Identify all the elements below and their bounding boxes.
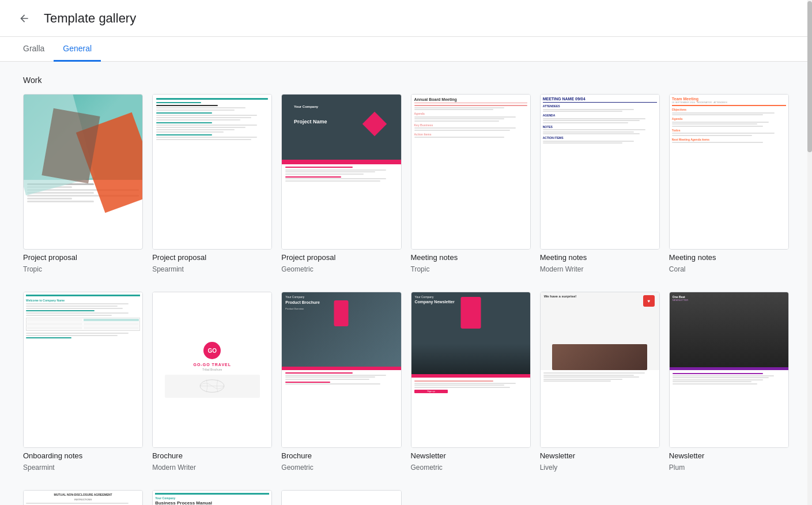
template-name-4: Meeting notes <box>411 253 531 262</box>
template-sub-3: Geometric <box>281 265 401 273</box>
template-thumb-5[interactable]: MEETING NAME 09/04 ATTENDEES AGENDA NOTE… <box>540 94 660 250</box>
template-thumb-15[interactable]: ✾ Consulting AgreementTemplate <box>281 490 401 505</box>
template-grid-row1: Project proposal Tropic <box>23 94 789 273</box>
template-sub-1: Tropic <box>23 265 143 273</box>
template-name-11: Newsletter <box>540 451 660 460</box>
template-name-1: Project proposal <box>23 253 143 262</box>
template-card-meeting-notes-tropic[interactable]: Annual Board Meeting Agenda Key Business… <box>411 94 531 273</box>
template-sub-2: Spearmint <box>152 265 272 273</box>
template-sub-12: Plum <box>669 463 789 472</box>
template-sub-6: Coral <box>669 265 789 273</box>
section-title-work: Work <box>23 76 789 85</box>
brochure-logo-icon: GO <box>203 342 221 359</box>
template-grid-row2: Welcome to Company Name <box>23 292 789 471</box>
template-sub-11: Lively <box>540 463 660 472</box>
template-name-2: Project proposal <box>152 253 272 262</box>
template-card-brochure-geo[interactable]: Your Company Product Brochure Product Ov… <box>281 292 401 471</box>
tab-general[interactable]: General <box>54 37 101 62</box>
template-sub-7: Spearmint <box>23 463 143 472</box>
template-name-12: Newsletter <box>669 451 789 460</box>
main-content: Work <box>0 62 812 505</box>
template-thumb-2[interactable] <box>152 94 272 250</box>
template-name-10: Newsletter <box>411 451 531 460</box>
template-sub-9: Geometric <box>281 463 401 472</box>
template-card-nda[interactable]: MUTUAL NON-DISCLOSURE AGREEMENT INSTRUCT… <box>23 490 143 505</box>
template-name-7: Onboarding notes <box>23 451 143 460</box>
template-thumb-1[interactable] <box>23 94 143 250</box>
template-card-newsletter-lively[interactable]: We have a surprise! ♥ <box>540 292 660 471</box>
scrollbar-thumb[interactable] <box>807 1 812 153</box>
template-thumb-13[interactable]: MUTUAL NON-DISCLOSURE AGREEMENT INSTRUCT… <box>23 490 143 505</box>
tab-bar: Gralla General <box>0 37 812 62</box>
map-icon <box>165 375 260 398</box>
template-sub-4: Tropic <box>411 265 531 273</box>
template-name-8: Brochure <box>152 451 272 460</box>
template-name-5: Meeting notes <box>540 253 660 262</box>
template-thumb-14[interactable]: Your Company Business Process Manual 17 … <box>152 490 272 505</box>
template-sub-5: Modern Writer <box>540 265 660 273</box>
template-card-newsletter-geo[interactable]: Your Company Company Newsletter Sign up <box>411 292 531 471</box>
template-thumb-11[interactable]: We have a surprise! ♥ <box>540 292 660 447</box>
template-sub-8: Modern Writer <box>152 463 272 472</box>
template-thumb-4[interactable]: Annual Board Meeting Agenda Key Business… <box>411 94 531 250</box>
template-sub-10: Geometric <box>411 463 531 472</box>
template-name-3: Project proposal <box>281 253 401 262</box>
template-thumb-12[interactable]: One Beat NEWSLETTER <box>669 292 789 447</box>
tab-gralla[interactable]: Gralla <box>14 37 54 62</box>
template-card-meeting-notes-coral[interactable]: Team Meeting 19 SEPTEMBER 2024 · MODERAT… <box>669 94 789 273</box>
template-card-newsletter-plum[interactable]: One Beat NEWSLETTER <box>669 292 789 471</box>
template-thumb-9[interactable]: Your Company Product Brochure Product Ov… <box>281 292 401 447</box>
template-card-brochure-mw[interactable]: GO GO-GO TRAVEL Tribal Brochure <box>152 292 272 471</box>
template-card-meeting-notes-mw[interactable]: MEETING NAME 09/04 ATTENDEES AGENDA NOTE… <box>540 94 660 273</box>
page-title: Template gallery <box>44 11 136 26</box>
template-name-6: Meeting notes <box>669 253 789 262</box>
template-thumb-8[interactable]: GO GO-GO TRAVEL Tribal Brochure <box>152 292 272 447</box>
template-card-project-proposal-geo[interactable]: Your Company Project Name <box>281 94 401 273</box>
template-name-9: Brochure <box>281 451 401 460</box>
template-card-project-proposal-tropic[interactable]: Project proposal Tropic <box>23 94 143 273</box>
header: Template gallery <box>0 0 812 37</box>
template-card-consulting[interactable]: ✾ Consulting AgreementTemplate Consultin… <box>281 490 401 505</box>
template-grid-row3: MUTUAL NON-DISCLOSURE AGREEMENT INSTRUCT… <box>23 490 789 505</box>
back-button[interactable] <box>14 8 35 29</box>
scrollbar[interactable] <box>807 0 812 505</box>
template-thumb-10[interactable]: Your Company Company Newsletter Sign up <box>411 292 531 447</box>
template-thumb-6[interactable]: Team Meeting 19 SEPTEMBER 2024 · MODERAT… <box>669 94 789 250</box>
template-card-bpm[interactable]: Your Company Business Process Manual 17 … <box>152 490 272 505</box>
template-thumb-7[interactable]: Welcome to Company Name <box>23 292 143 447</box>
template-card-project-proposal-spearmint[interactable]: Project proposal Spearmint <box>152 94 272 273</box>
template-card-onboarding-spearmint[interactable]: Welcome to Company Name <box>23 292 143 471</box>
template-thumb-3[interactable]: Your Company Project Name <box>281 94 401 250</box>
